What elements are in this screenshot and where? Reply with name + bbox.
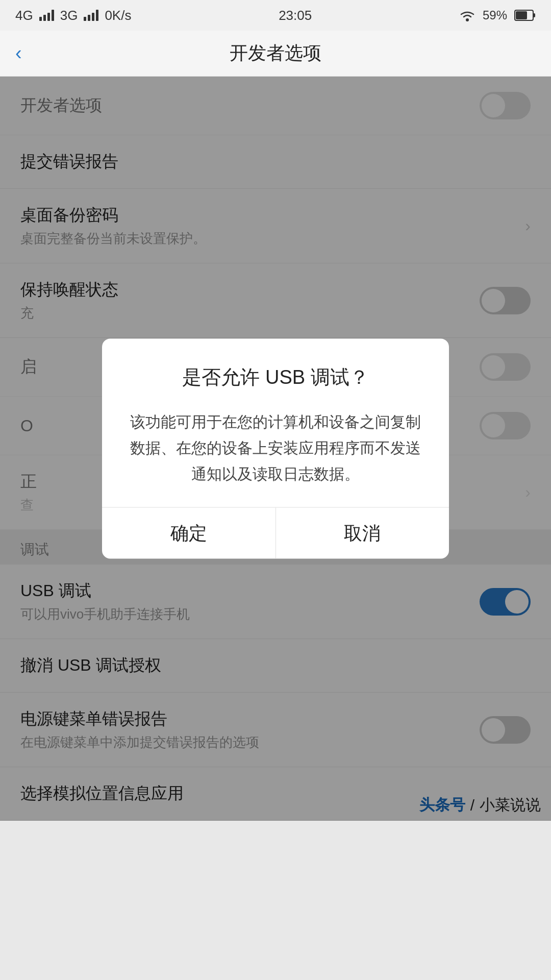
status-left: 4G 3G 0K/s [15, 8, 131, 23]
top-nav: ‹ 开发者选项 [0, 31, 551, 77]
battery-icon [514, 9, 536, 21]
page-title: 开发者选项 [230, 41, 321, 66]
dialog-confirm-button[interactable]: 确定 [102, 508, 276, 559]
network-speed: 0K/s [105, 8, 131, 23]
settings-background: 开发者选项 提交错误报告 桌面备份密码 桌面完整备份当前未设置保护。 › 保持唤… [0, 77, 551, 821]
status-time: 23:05 [279, 8, 312, 23]
battery-percent: 59% [483, 8, 507, 22]
dialog-body: 是否允许 USB 调试？ 该功能可用于在您的计算机和设备之间复制数据、在您的设备… [102, 339, 449, 507]
signal-4g-bars [39, 10, 54, 21]
signal-3g-bars [84, 10, 98, 21]
svg-point-0 [466, 18, 469, 21]
back-button[interactable]: ‹ [15, 42, 22, 64]
usb-debug-dialog: 是否允许 USB 调试？ 该功能可用于在您的计算机和设备之间复制数据、在您的设备… [102, 339, 449, 559]
svg-rect-3 [516, 11, 527, 19]
dialog-cancel-button[interactable]: 取消 [276, 508, 449, 559]
status-right: 59% [459, 8, 536, 22]
dialog-message: 该功能可用于在您的计算机和设备之间复制数据、在您的设备上安装应用程序而不发送通知… [128, 409, 423, 487]
network-4g: 4G [15, 8, 33, 23]
dialog-title: 是否允许 USB 调试？ [128, 364, 423, 390]
status-bar: 4G 3G 0K/s 23:05 59% [0, 0, 551, 31]
dialog-buttons: 确定 取消 [102, 507, 449, 559]
network-3g: 3G [60, 8, 78, 23]
svg-rect-2 [533, 13, 535, 17]
wifi-icon [459, 8, 475, 22]
